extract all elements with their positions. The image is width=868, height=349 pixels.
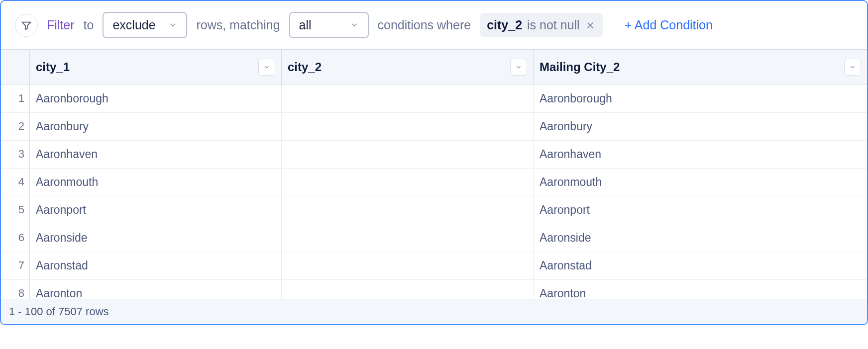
- cell-city-2[interactable]: [282, 196, 534, 224]
- grid-header-row: city_1 city_2 Mailing City_2: [1, 50, 867, 85]
- row-number: 8: [1, 280, 30, 299]
- column-menu-button[interactable]: [258, 59, 275, 76]
- cell-mailing-city-2[interactable]: Aaronhaven: [534, 141, 867, 168]
- filter-mode-value: exclude: [112, 18, 155, 32]
- cell-city-1[interactable]: Aaronport: [30, 196, 282, 224]
- cell-city-2[interactable]: [282, 169, 534, 196]
- condition-operator: is not null: [527, 18, 580, 32]
- cell-mailing-city-2[interactable]: Aaronmouth: [534, 169, 867, 196]
- filter-match-value: all: [299, 18, 312, 32]
- chevron-down-icon: [849, 64, 856, 71]
- chevron-down-icon: [263, 64, 270, 71]
- add-condition-button[interactable]: + Add Condition: [625, 18, 713, 32]
- cell-city-1[interactable]: Aaronhaven: [30, 141, 282, 168]
- row-number: 7: [1, 252, 30, 279]
- filter-label: Filter: [47, 18, 75, 32]
- column-header-label: Mailing City_2: [540, 60, 620, 74]
- table-row[interactable]: 7AaronstadAaronstad: [1, 252, 867, 280]
- cell-city-1[interactable]: Aaronside: [30, 224, 282, 252]
- table-row[interactable]: 2AaronburyAaronbury: [1, 113, 867, 141]
- filter-mode-select[interactable]: exclude: [103, 12, 187, 38]
- status-bar: 1 - 100 of 7507 rows: [1, 299, 867, 324]
- cell-city-1[interactable]: Aaronmouth: [30, 169, 282, 196]
- row-number: 6: [1, 224, 30, 252]
- row-number: 3: [1, 141, 30, 168]
- column-header-label: city_1: [36, 60, 70, 74]
- table-row[interactable]: 6AaronsideAaronside: [1, 224, 867, 252]
- cell-city-2[interactable]: [282, 252, 534, 279]
- row-number: 4: [1, 169, 30, 196]
- remove-condition-button[interactable]: [585, 20, 596, 31]
- condition-chip[interactable]: city_2 is not null: [480, 13, 603, 37]
- column-menu-button[interactable]: [844, 59, 861, 76]
- table-row[interactable]: 8AarontonAaronton: [1, 280, 867, 299]
- cell-city-2[interactable]: [282, 113, 534, 140]
- grid-body: 1AaronboroughAaronborough2AaronburyAaron…: [1, 85, 867, 299]
- cell-city-2[interactable]: [282, 280, 534, 299]
- cell-mailing-city-2[interactable]: Aaronbury: [534, 113, 867, 140]
- close-icon: [586, 21, 595, 30]
- cell-city-1[interactable]: Aaronstad: [30, 252, 282, 279]
- condition-field: city_2: [487, 18, 522, 32]
- cell-city-1[interactable]: Aaronborough: [30, 85, 282, 112]
- row-number-header: [1, 50, 30, 85]
- cell-city-1[interactable]: Aaronbury: [30, 113, 282, 140]
- conditions-where-label: conditions where: [378, 18, 471, 32]
- data-grid: city_1 city_2 Mailing City_2 1Aaronborou…: [1, 49, 867, 299]
- column-header-label: city_2: [288, 60, 322, 74]
- cell-mailing-city-2[interactable]: Aaronborough: [534, 85, 867, 112]
- column-menu-button[interactable]: [510, 59, 527, 76]
- chevron-down-icon: [350, 18, 359, 32]
- column-header-city-2[interactable]: city_2: [282, 50, 534, 85]
- filter-icon[interactable]: [15, 14, 38, 37]
- filter-to-label: to: [84, 18, 94, 32]
- row-number: 5: [1, 196, 30, 224]
- table-row[interactable]: 4AaronmouthAaronmouth: [1, 169, 867, 196]
- filter-panel: Filter to exclude rows, matching all con…: [0, 0, 868, 325]
- table-row[interactable]: 5AaronportAaronport: [1, 196, 867, 224]
- chevron-down-icon: [168, 18, 177, 32]
- row-number: 1: [1, 85, 30, 112]
- cell-mailing-city-2[interactable]: Aaronton: [534, 280, 867, 299]
- filter-bar: Filter to exclude rows, matching all con…: [1, 1, 867, 49]
- column-header-city-1[interactable]: city_1: [30, 50, 282, 85]
- cell-city-2[interactable]: [282, 85, 534, 112]
- cell-city-2[interactable]: [282, 224, 534, 252]
- column-header-mailing-city-2[interactable]: Mailing City_2: [534, 50, 867, 85]
- cell-mailing-city-2[interactable]: Aaronport: [534, 196, 867, 224]
- row-number: 2: [1, 113, 30, 140]
- cell-city-2[interactable]: [282, 141, 534, 168]
- chevron-down-icon: [515, 64, 522, 71]
- table-row[interactable]: 3AaronhavenAaronhaven: [1, 141, 867, 169]
- filter-match-select[interactable]: all: [289, 12, 369, 38]
- rows-matching-label: rows, matching: [196, 18, 280, 32]
- cell-city-1[interactable]: Aaronton: [30, 280, 282, 299]
- table-row[interactable]: 1AaronboroughAaronborough: [1, 85, 867, 113]
- cell-mailing-city-2[interactable]: Aaronside: [534, 224, 867, 252]
- cell-mailing-city-2[interactable]: Aaronstad: [534, 252, 867, 279]
